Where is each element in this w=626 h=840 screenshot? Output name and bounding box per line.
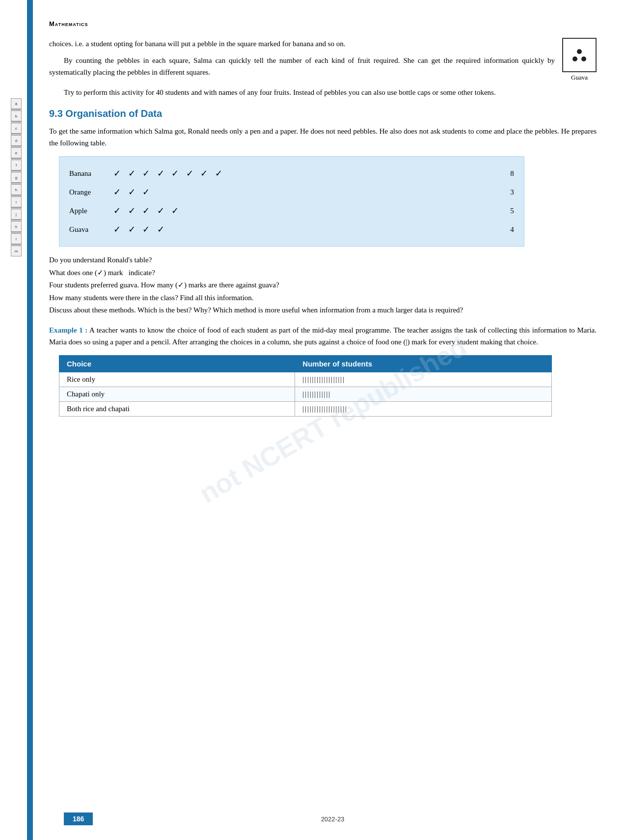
intro-para-1: choices. i.e. a student opting for banan… — [49, 38, 597, 50]
tally-both: ||||||||||||||||||| — [295, 401, 551, 416]
table-row-rice: Rice only |||||||||||||||||| — [59, 372, 552, 387]
example-label: Example 1 : — [49, 326, 87, 334]
ronalds-table-container: Banana ✓ ✓ ✓ ✓ ✓ ✓ ✓ ✓ 8 Orange ✓ ✓ ✓ 3 … — [59, 156, 524, 247]
ruler-mark-13: m — [11, 246, 22, 256]
question-2: What does one (✓) mark indicate? — [49, 267, 597, 280]
example-paragraph: Example 1 : A teacher wants to know the … — [49, 324, 597, 348]
choice-rice: Rice only — [59, 372, 295, 387]
table-row-guava: Guava ✓ ✓ ✓ ✓ 4 — [69, 220, 514, 239]
table-header-students: Number of students — [295, 355, 551, 372]
questions-section: Do you understand Ronald's table? What d… — [49, 254, 597, 317]
tick-marks-orange: ✓ ✓ ✓ — [113, 187, 494, 197]
fruit-name-banana: Banana — [69, 169, 113, 178]
fruit-count-orange: 3 — [494, 188, 514, 196]
table-row-chapati: Chapati only |||||||||||| — [59, 387, 552, 401]
ruler-mark-2: b — [11, 111, 22, 121]
ruler: ā b c d e f g h i j k l m — [11, 98, 22, 256]
left-sidebar: ā b c d e f g h i j k l m — [0, 0, 39, 840]
fruit-count-guava: 4 — [494, 225, 514, 234]
fruit-name-apple: Apple — [69, 207, 113, 215]
ruler-mark-6: f — [11, 160, 22, 170]
table-row-both: Both rice and chapati ||||||||||||||||||… — [59, 401, 552, 416]
fruit-name-guava: Guava — [69, 225, 113, 234]
ruler-mark-5: e — [11, 147, 22, 158]
ruler-mark-7: g — [11, 172, 22, 183]
pebble-1 — [577, 49, 582, 54]
question-4: How many students were there in the clas… — [49, 292, 597, 305]
pebble-diagram: Guava — [562, 38, 597, 82]
intro-section: Guava choices. i.e. a student opting for… — [49, 38, 597, 86]
table-row-orange: Orange ✓ ✓ ✓ 3 — [69, 183, 514, 201]
choice-both: Both rice and chapati — [59, 401, 295, 416]
table-header-choice: Choice — [59, 355, 295, 372]
ronalds-table: Banana ✓ ✓ ✓ ✓ ✓ ✓ ✓ ✓ 8 Orange ✓ ✓ ✓ 3 … — [69, 164, 514, 239]
tick-marks-banana: ✓ ✓ ✓ ✓ ✓ ✓ ✓ ✓ — [113, 168, 494, 179]
fruit-count-banana: 8 — [494, 169, 514, 178]
tick-marks-guava: ✓ ✓ ✓ ✓ — [113, 224, 494, 235]
tally-rice: |||||||||||||||||| — [295, 372, 551, 387]
ruler-mark-8: h — [11, 184, 22, 195]
pebble-label: Guava — [562, 74, 597, 82]
example-text: A teacher wants to know the choice of fo… — [49, 326, 597, 346]
tick-marks-apple: ✓ ✓ ✓ ✓ ✓ — [113, 205, 494, 216]
question-5: Discuss about these methods. Which is th… — [49, 304, 597, 317]
section-para-1: To get the same information which Salma … — [49, 125, 597, 149]
pebble-3 — [581, 56, 586, 61]
tally-chapati: |||||||||||| — [295, 387, 551, 401]
ruler-mark-4: d — [11, 135, 22, 146]
pebble-row-2 — [572, 56, 586, 61]
ruler-mark-11: k — [11, 221, 22, 232]
main-content: Mathematics Guava choices. i.e. a studen… — [39, 0, 626, 840]
fruit-count-apple: 5 — [494, 207, 514, 215]
ruler-mark-10: j — [11, 209, 22, 220]
subject-label: Mathematics — [49, 20, 88, 28]
fruit-name-orange: Orange — [69, 188, 113, 196]
ruler-mark-12: l — [11, 233, 22, 244]
food-choice-table: Choice Number of students Rice only ||||… — [59, 355, 552, 417]
ruler-mark-3: c — [11, 123, 22, 134]
choice-chapati: Chapati only — [59, 387, 295, 401]
section-heading: 9.3 Organisation of Data — [49, 108, 597, 119]
pebble-2 — [572, 56, 577, 61]
table-row-banana: Banana ✓ ✓ ✓ ✓ ✓ ✓ ✓ ✓ 8 — [69, 164, 514, 183]
question-3: Four students preferred guava. How many … — [49, 279, 597, 292]
blue-strip — [27, 0, 33, 840]
intro-para-3: Try to perform this activity for 40 stud… — [49, 86, 597, 98]
footer-year: 2022-23 — [321, 815, 345, 823]
intro-para-2: By counting the pebbles in each square, … — [49, 55, 597, 78]
page-container: ā b c d e f g h i j k l m — [0, 0, 626, 840]
table-row-apple: Apple ✓ ✓ ✓ ✓ ✓ 5 — [69, 201, 514, 220]
page-number: 186 — [64, 812, 93, 825]
pebble-row-1 — [577, 49, 582, 54]
ruler-mark-9: i — [11, 196, 22, 207]
pebble-box — [562, 38, 597, 72]
page-header: Mathematics — [49, 20, 597, 28]
question-1: Do you understand Ronald's table? — [49, 254, 597, 267]
ruler-mark-1: ā — [11, 98, 22, 109]
